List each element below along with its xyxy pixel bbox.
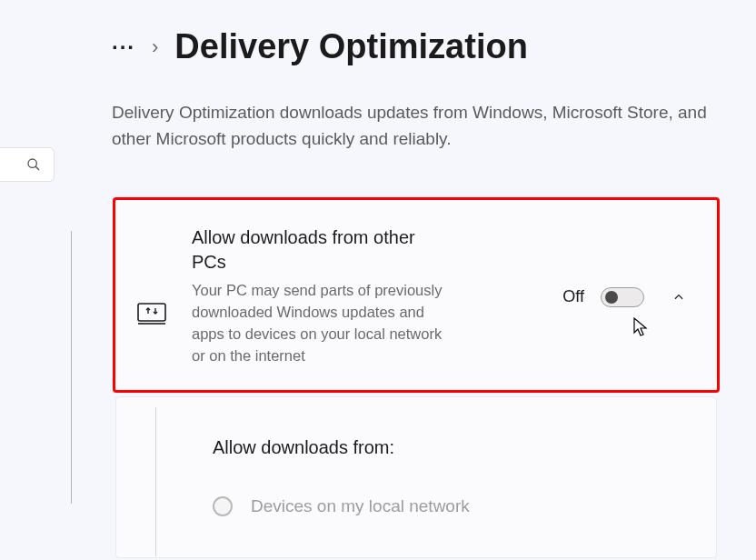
card-description: Your PC may send parts of previously dow… — [192, 280, 453, 367]
subcard-divider — [155, 407, 156, 556]
allow-from-card: Allow downloads from: Devices on my loca… — [115, 396, 717, 558]
search-icon — [26, 157, 41, 172]
allow-from-heading: Allow downloads from: — [213, 437, 692, 458]
collapse-button[interactable] — [668, 286, 690, 308]
card-icon-col — [137, 225, 192, 368]
card-text: Allow downloads from other PCs Your PC m… — [192, 225, 453, 368]
radio-row-local-network[interactable]: Devices on my local network — [213, 496, 692, 516]
svg-line-1 — [35, 166, 39, 170]
radio-local-network-label: Devices on my local network — [251, 496, 470, 516]
allow-downloads-toggle[interactable] — [601, 287, 644, 307]
page-description: Delivery Optimization downloads updates … — [112, 100, 711, 152]
card-controls: Off — [453, 225, 695, 368]
breadcrumb-more-icon[interactable]: ··· — [112, 36, 135, 58]
toggle-knob — [605, 291, 618, 304]
search-input[interactable] — [0, 147, 55, 182]
sidebar-divider — [71, 231, 72, 504]
toggle-state-label: Off — [562, 287, 584, 306]
breadcrumb: ··· › Delivery Optimization — [112, 27, 528, 66]
card-title: Allow downloads from other PCs — [192, 225, 453, 275]
allow-downloads-card: Allow downloads from other PCs Your PC m… — [113, 197, 720, 393]
svg-point-0 — [28, 159, 36, 167]
svg-rect-2 — [138, 304, 165, 321]
download-sync-icon — [137, 303, 166, 326]
chevron-right-icon: › — [152, 35, 158, 59]
chevron-up-icon — [672, 291, 685, 304]
page-title: Delivery Optimization — [174, 27, 528, 66]
radio-local-network[interactable] — [213, 496, 233, 516]
